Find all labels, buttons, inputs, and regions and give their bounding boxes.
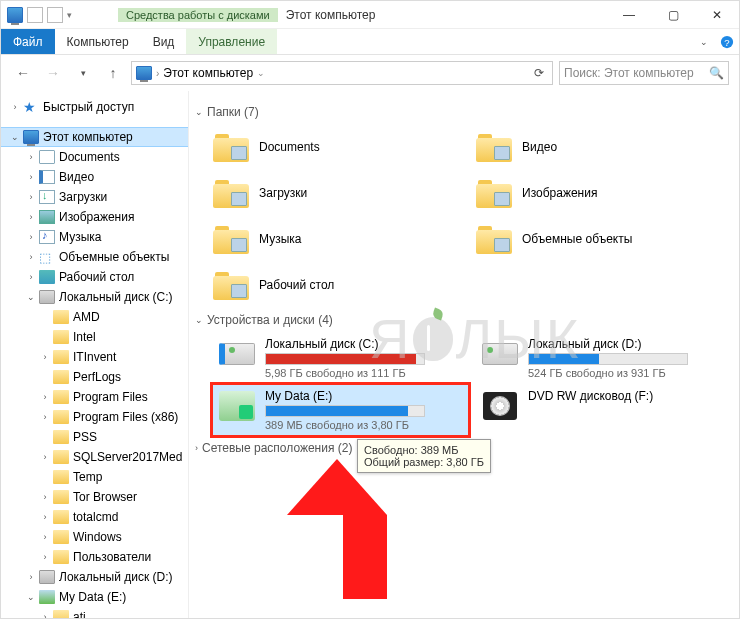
pc-icon	[136, 66, 152, 80]
star-icon: ★	[23, 100, 39, 114]
folder-icon	[213, 132, 249, 162]
tree-folder[interactable]: Temp	[1, 467, 188, 487]
tree-folder[interactable]: ›ITInvent	[1, 347, 188, 367]
hdd-icon	[39, 290, 55, 304]
tree-folder[interactable]: ›Program Files (x86)	[1, 407, 188, 427]
folder-icon	[53, 450, 69, 464]
drive-c[interactable]: Локальный диск (C:) 5,98 ГБ свободно из …	[213, 333, 468, 383]
tree-videos[interactable]: ›Видео	[1, 167, 188, 187]
breadcrumb-this-pc[interactable]: Этот компьютер	[163, 66, 253, 80]
chevron-down-icon: ⌄	[195, 315, 203, 325]
app-icon[interactable]	[7, 7, 23, 23]
tree-folder[interactable]: PerfLogs	[1, 367, 188, 387]
group-folders[interactable]: ⌄Папки (7)	[195, 105, 731, 119]
folder-icon	[53, 550, 69, 564]
tree-folder[interactable]: ›Program Files	[1, 387, 188, 407]
tree-folder[interactable]: AMD	[1, 307, 188, 327]
search-icon: 🔍	[709, 66, 724, 80]
folder-label: Рабочий стол	[259, 278, 334, 292]
folder-icon	[476, 132, 512, 162]
search-placeholder: Поиск: Этот компьютер	[564, 66, 694, 80]
storage-bar	[265, 353, 425, 365]
folder-item[interactable]: Загрузки	[213, 171, 468, 215]
breadcrumb-drop-icon[interactable]: ⌄	[257, 68, 265, 78]
folder-item[interactable]: Объемные объекты	[476, 217, 731, 261]
chevron-right-icon: ›	[195, 443, 198, 453]
ribbon-expand-icon[interactable]: ⌄	[693, 29, 715, 54]
tree-folder[interactable]: Intel	[1, 327, 188, 347]
storage-bar	[265, 405, 425, 417]
tree-e-drive[interactable]: ⌄My Data (E:)	[1, 587, 188, 607]
tree-folder[interactable]: ›Windows	[1, 527, 188, 547]
tree-folder[interactable]: ›Tor Browser	[1, 487, 188, 507]
folder-item[interactable]: Documents	[213, 125, 468, 169]
desktop-icon	[39, 270, 55, 284]
back-button[interactable]: ←	[11, 61, 35, 85]
drive-e[interactable]: My Data (E:) 389 МБ свободно из 3,80 ГБ	[213, 385, 468, 435]
svg-text:?: ?	[724, 36, 729, 47]
breadcrumb-sep-icon[interactable]: ›	[156, 68, 159, 79]
tree-this-pc[interactable]: ⌄Этот компьютер	[1, 127, 188, 147]
refresh-button[interactable]: ⟳	[530, 66, 548, 80]
folder-label: Изображения	[522, 186, 597, 200]
music-icon	[39, 230, 55, 244]
tree-documents[interactable]: ›Documents	[1, 147, 188, 167]
tree-folder[interactable]: ›Пользователи	[1, 547, 188, 567]
folder-item[interactable]: Музыка	[213, 217, 468, 261]
usb-icon	[39, 590, 55, 604]
hdd-icon	[39, 570, 55, 584]
tree-folder[interactable]: ›ati	[1, 607, 188, 619]
address-bar[interactable]: › Этот компьютер ⌄ ⟳	[131, 61, 553, 85]
navigation-pane: ›★Быстрый доступ ⌄Этот компьютер ›Docume…	[1, 91, 189, 619]
folder-item[interactable]: Рабочий стол	[213, 263, 468, 307]
tree-folder[interactable]: ›SQLServer2017Med	[1, 447, 188, 467]
tree-downloads[interactable]: ›Загрузки	[1, 187, 188, 207]
minimize-button[interactable]: —	[607, 1, 651, 29]
tree-c-drive[interactable]: ⌄Локальный диск (C:)	[1, 287, 188, 307]
search-input[interactable]: Поиск: Этот компьютер 🔍	[559, 61, 729, 85]
hdd-icon	[217, 337, 257, 371]
drive-tooltip: Свободно: 389 МБ Общий размер: 3,80 ГБ	[357, 439, 491, 473]
recent-locations-icon[interactable]: ▾	[71, 61, 95, 85]
folder-icon	[53, 610, 69, 619]
forward-button[interactable]: →	[41, 61, 65, 85]
tree-3d[interactable]: ›⬚Объемные объекты	[1, 247, 188, 267]
tab-computer[interactable]: Компьютер	[55, 29, 141, 54]
tab-manage[interactable]: Управление	[186, 29, 277, 54]
qat-btn-1[interactable]	[27, 7, 43, 23]
folder-icon	[476, 224, 512, 254]
drive-dvd[interactable]: DVD RW дисковод (F:)	[476, 385, 731, 435]
close-button[interactable]: ✕	[695, 1, 739, 29]
drive-d[interactable]: Локальный диск (D:) 524 ГБ свободно из 9…	[476, 333, 731, 383]
qat-btn-2[interactable]	[47, 7, 63, 23]
tab-view[interactable]: Вид	[141, 29, 187, 54]
hdd-icon	[480, 337, 520, 371]
qat-dropdown-icon[interactable]: ▾	[67, 10, 72, 20]
tree-d-drive[interactable]: ›Локальный диск (D:)	[1, 567, 188, 587]
maximize-button[interactable]: ▢	[651, 1, 695, 29]
folder-item[interactable]: Изображения	[476, 171, 731, 215]
folder-icon	[213, 270, 249, 300]
folder-label: Documents	[259, 140, 320, 154]
up-button[interactable]: ↑	[101, 61, 125, 85]
folder-item[interactable]: Видео	[476, 125, 731, 169]
tree-folder[interactable]: ›totalcmd	[1, 507, 188, 527]
group-drives[interactable]: ⌄Устройства и диски (4)	[195, 313, 731, 327]
help-button[interactable]: ?	[715, 29, 739, 54]
tree-music[interactable]: ›Музыка	[1, 227, 188, 247]
tree-desktop[interactable]: ›Рабочий стол	[1, 267, 188, 287]
folder-label: Объемные объекты	[522, 232, 632, 246]
tree-quick-access[interactable]: ›★Быстрый доступ	[1, 97, 188, 117]
folder-icon	[53, 310, 69, 324]
dvd-icon	[480, 389, 520, 423]
tree-folder[interactable]: PSS	[1, 427, 188, 447]
tree-images[interactable]: ›Изображения	[1, 207, 188, 227]
download-icon	[39, 190, 55, 204]
folder-icon	[53, 410, 69, 424]
tab-file[interactable]: Файл	[1, 29, 55, 54]
explorer-window: ▾ Средства работы с дисками Этот компьют…	[0, 0, 740, 619]
video-icon	[39, 170, 55, 184]
chevron-down-icon: ⌄	[195, 107, 203, 117]
folder-icon	[53, 530, 69, 544]
folder-icon	[53, 350, 69, 364]
